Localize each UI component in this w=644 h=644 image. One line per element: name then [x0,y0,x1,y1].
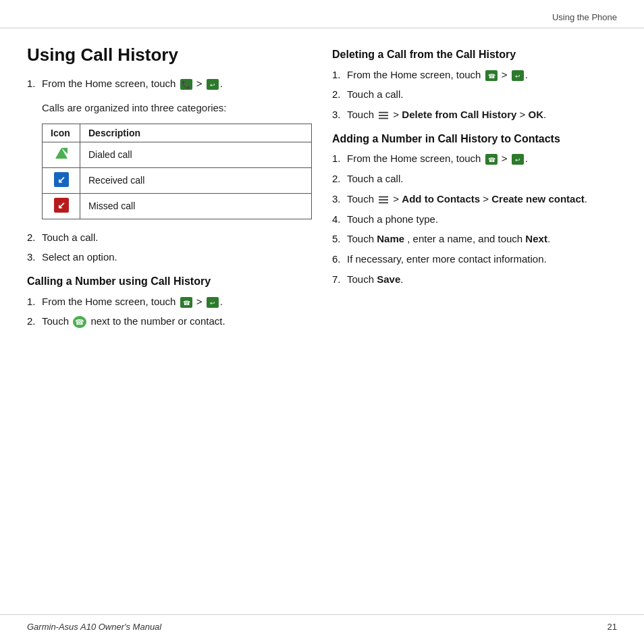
svg-rect-21 [379,115,388,116]
missed-call-icon-cell: ↙ [43,193,80,219]
add-steps: 1. From the Home screen, touch ☎ > ↩ . 2… [332,151,617,286]
page-footer: Garmin-Asus A10 Owner's Manual 21 [0,614,644,632]
svg-rect-28 [379,199,388,200]
phone-icon-4: ☎ [485,154,498,165]
dialed-call-icon-cell [43,142,80,167]
page-number: 21 [608,622,617,632]
section-calling-heading: Calling a Number using Call History [27,274,312,289]
page-title: Using Call History [27,45,312,65]
section-adding-heading: Adding a Number in Call History to Conta… [332,132,617,146]
svg-text:↩: ↩ [515,157,520,163]
svg-rect-20 [379,112,388,113]
step-2: 2. Touch a call. [27,230,312,245]
right-column: Deleting a Call from the Call History 1.… [332,45,617,338]
menu-icon-2 [378,195,389,205]
steps-2-3: 2. Touch a call. 3. Select an option. [27,230,312,265]
svg-text:↙: ↙ [57,200,65,211]
left-column: Using Call History 1. From the Home scre… [27,45,312,338]
received-call-desc: Received call [80,167,312,193]
add-step-4: 4. Touch a phone type. [332,212,617,227]
svg-rect-27 [379,196,388,198]
call-arc-icon: ☎ [73,316,86,328]
svg-text:☎: ☎ [487,157,495,163]
missed-call-desc: Missed call [80,193,312,219]
dialed-call-icon [54,146,69,161]
intro-text: Calls are organized into three categorie… [42,101,312,115]
call-history-icon: ↩ [207,79,219,90]
svg-text:↩: ↩ [515,73,520,80]
svg-text:☎: ☎ [487,73,495,80]
table-header-icon: Icon [43,124,80,142]
main-steps: 1. From the Home screen, touch 📞 > ↩ . [27,76,312,91]
received-call-icon-cell: ↙ [43,167,80,193]
svg-text:📞: 📞 [182,80,191,89]
add-step-5: 5. Touch Name , enter a name, and touch … [332,232,617,246]
section-deleting-heading: Deleting a Call from the Call History [332,47,617,62]
dialed-call-desc: Dialed call [80,142,312,167]
svg-text:↩: ↩ [210,82,215,88]
menu-icon [378,111,389,120]
delete-step-1: 1. From the Home screen, touch ☎ > ↩ . [332,68,617,82]
svg-text:↩: ↩ [210,300,215,306]
add-step-1: 1. From the Home screen, touch ☎ > ↩ . [332,151,617,166]
svg-text:☎: ☎ [182,300,190,306]
delete-step-2: 2. Touch a call. [332,87,617,102]
svg-text:☎: ☎ [75,319,84,327]
missed-call-icon: ↙ [54,198,69,213]
call-history-icon-4: ↩ [512,154,524,165]
add-step-2: 2. Touch a call. [332,171,617,186]
call-history-icon-3: ↩ [512,70,524,81]
table-row: ↙ Missed call [43,193,312,219]
call-history-icon-2: ↩ [207,297,219,308]
call-categories-table: Icon Description Dialed call [42,124,312,219]
header-text: Using the Phone [552,12,617,22]
phone-icon: 📞 [180,79,192,90]
table-header-description: Description [80,124,312,142]
received-call-icon: ↙ [54,172,69,187]
main-content: Using Call History 1. From the Home scre… [0,28,644,352]
calling-step-2: 2. Touch ☎ next to the number or contact… [27,314,312,329]
calling-step-1: 1. From the Home screen, touch ☎ > ↩ . [27,294,312,309]
manual-name: Garmin-Asus A10 Owner's Manual [27,622,161,632]
delete-steps: 1. From the Home screen, touch ☎ > ↩ . 2… [332,68,617,122]
phone-icon-2: ☎ [180,297,192,308]
add-step-6: 6. If necessary, enter more contact info… [332,252,617,267]
step-1: 1. From the Home screen, touch 📞 > ↩ . [27,76,312,91]
table-row: ↙ Received call [43,167,312,193]
svg-text:↙: ↙ [57,174,65,185]
step-3: 3. Select an option. [27,250,312,265]
page-header: Using the Phone [0,0,644,28]
svg-rect-22 [379,118,388,119]
phone-icon-3: ☎ [485,70,498,81]
add-step-7: 7. Touch Save. [332,272,617,287]
calling-steps: 1. From the Home screen, touch ☎ > ↩ . 2… [27,294,312,329]
table-row: Dialed call [43,142,312,167]
add-step-3: 3. Touch > Add to Contacts > Create new … [332,192,617,207]
svg-rect-29 [379,202,388,203]
delete-step-3: 3. Touch > Delete from Call History > OK… [332,107,617,122]
